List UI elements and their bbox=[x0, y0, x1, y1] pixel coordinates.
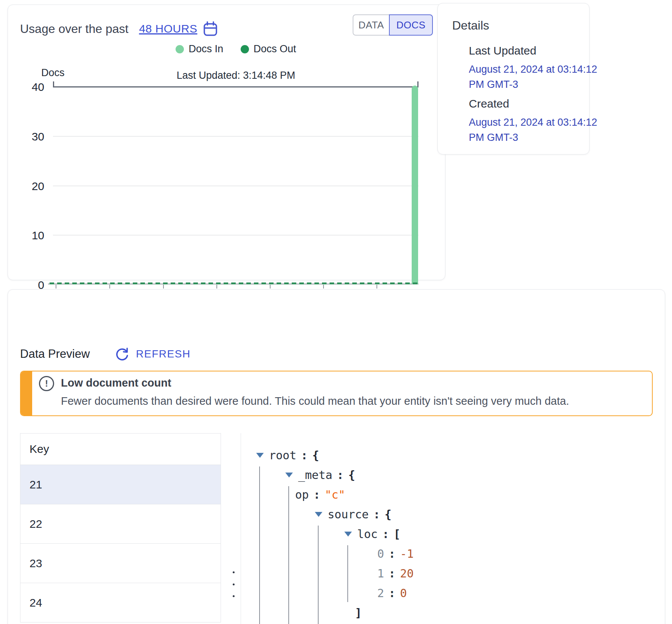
json-row-schema: schema : "public" bbox=[241, 622, 665, 624]
usage-card: Usage over the past 48 HOURS DATA DOCS D… bbox=[8, 5, 445, 280]
json-colon: : bbox=[384, 587, 400, 600]
tree-guide-line bbox=[259, 466, 260, 624]
key-table-header: Key bbox=[20, 434, 221, 465]
json-row-loc-close: ] bbox=[241, 603, 665, 622]
x-axis-tick bbox=[109, 285, 110, 289]
usage-title: Usage over the past bbox=[20, 22, 128, 36]
json-row-loc-2: 2 : 0 bbox=[241, 583, 665, 603]
detail-label: Created bbox=[469, 97, 597, 110]
tree-guide-line bbox=[288, 486, 289, 624]
calendar-icon[interactable] bbox=[202, 20, 218, 37]
json-colon: : bbox=[309, 488, 325, 501]
json-row-meta: _meta : { bbox=[241, 465, 665, 485]
legend-docs-in: Docs In bbox=[176, 43, 223, 55]
collapse-triangle-icon[interactable] bbox=[285, 473, 293, 477]
legend-docs-in-label: Docs In bbox=[188, 43, 223, 55]
json-brace: [ bbox=[394, 527, 400, 541]
json-colon: : bbox=[384, 567, 400, 580]
refresh-icon bbox=[115, 346, 130, 362]
json-index: 1 bbox=[377, 567, 384, 580]
chart-last-updated-title: Last Updated: 3:14:48 PM bbox=[53, 70, 418, 81]
data-toggle-button[interactable]: DATA bbox=[353, 14, 389, 36]
json-row-source: source : { bbox=[241, 504, 665, 524]
detail-value-line: PM GMT-3 bbox=[469, 130, 597, 145]
chart-top-gridline bbox=[53, 86, 418, 87]
x-axis-tick bbox=[163, 285, 164, 289]
legend-docs-out: Docs Out bbox=[241, 43, 296, 55]
data-preview-card: Data Preview REFRESH ! Low document coun… bbox=[8, 289, 665, 624]
json-row-root: root : { bbox=[241, 445, 665, 465]
docs-in-bar bbox=[412, 86, 418, 284]
detail-last-updated: Last Updated August 21, 2024 at 03:14:12… bbox=[469, 44, 597, 92]
x-axis-tick bbox=[56, 285, 56, 289]
json-index: 2 bbox=[377, 587, 384, 600]
docs-out-dot-icon bbox=[241, 45, 249, 53]
json-colon: : bbox=[384, 547, 400, 560]
details-title: Details bbox=[452, 19, 489, 33]
data-docs-toggle: DATA DOCS bbox=[353, 14, 433, 36]
y-tick-label: 20 bbox=[22, 180, 44, 193]
json-row-loc-0: 0 : -1 bbox=[241, 544, 665, 563]
json-colon: : bbox=[296, 449, 312, 462]
pane-resize-handle[interactable] bbox=[229, 570, 238, 599]
collapse-triangle-icon[interactable] bbox=[256, 453, 264, 458]
json-key: op bbox=[295, 488, 309, 501]
tree-guide-line bbox=[318, 526, 319, 624]
json-key: source bbox=[328, 508, 369, 521]
data-preview-title: Data Preview bbox=[20, 347, 90, 361]
json-colon: : bbox=[369, 508, 384, 521]
json-brace: { bbox=[348, 468, 355, 482]
usage-header: Usage over the past 48 HOURS bbox=[20, 20, 218, 37]
y-tick-label: 40 bbox=[22, 81, 44, 94]
key-row-22[interactable]: 22 bbox=[20, 504, 221, 544]
collapse-triangle-icon[interactable] bbox=[344, 532, 352, 537]
json-number-value: -1 bbox=[400, 547, 414, 560]
json-index: 0 bbox=[377, 547, 384, 560]
detail-created: Created August 21, 2024 at 03:14:12 PM G… bbox=[469, 97, 597, 145]
docs-toggle-button[interactable]: DOCS bbox=[389, 14, 433, 36]
warning-exclamation-icon: ! bbox=[39, 376, 54, 391]
key-row-23[interactable]: 23 bbox=[20, 544, 221, 583]
json-colon: : bbox=[378, 527, 394, 541]
refresh-button[interactable]: REFRESH bbox=[115, 346, 190, 362]
key-row-24[interactable]: 24 bbox=[20, 583, 221, 622]
document-json-pane: root : { _meta : { op : "c" source : { bbox=[241, 433, 665, 624]
json-key: loc bbox=[357, 527, 378, 541]
detail-value-line: August 21, 2024 at 03:14:12 bbox=[469, 62, 597, 77]
warning-message: Fewer documents than desired were found.… bbox=[61, 395, 569, 407]
warning-accent-bar bbox=[21, 371, 32, 415]
low-document-count-warning: ! Low document count Fewer documents tha… bbox=[20, 371, 653, 416]
legend-docs-out-label: Docs Out bbox=[254, 43, 296, 55]
refresh-label: REFRESH bbox=[136, 348, 190, 360]
gridline-10 bbox=[53, 235, 418, 236]
json-number-value: 20 bbox=[400, 567, 414, 580]
y-tick-label: 10 bbox=[22, 229, 44, 242]
data-preview-header: Data Preview REFRESH bbox=[20, 346, 191, 362]
x-axis-tick bbox=[323, 285, 324, 289]
key-table: Key 21 22 23 24 bbox=[20, 433, 221, 622]
key-row-21[interactable]: 21 bbox=[20, 465, 221, 504]
json-key: root bbox=[269, 449, 296, 462]
json-number-value: 0 bbox=[400, 587, 407, 600]
warning-title: Low document count bbox=[61, 377, 171, 389]
x-axis-tick bbox=[376, 285, 377, 289]
gridline-30 bbox=[53, 136, 418, 137]
collapse-triangle-icon[interactable] bbox=[315, 512, 322, 517]
detail-value-line: August 21, 2024 at 03:14:12 bbox=[469, 115, 597, 130]
json-string-value: "c" bbox=[325, 488, 345, 501]
chart-legend: Docs In Docs Out bbox=[53, 43, 418, 55]
x-axis-tick bbox=[270, 285, 271, 289]
json-brace: { bbox=[312, 449, 319, 462]
json-brace: ] bbox=[355, 606, 362, 619]
details-card: Details Last Updated August 21, 2024 at … bbox=[437, 3, 590, 154]
time-range-label: 48 HOURS bbox=[139, 22, 197, 35]
json-row-loc: loc : [ bbox=[241, 524, 665, 544]
detail-label: Last Updated bbox=[469, 44, 597, 57]
gridline-20 bbox=[53, 186, 418, 186]
docs-in-dot-icon bbox=[176, 45, 184, 53]
json-key: _meta bbox=[298, 468, 332, 482]
docs-out-dashed-line bbox=[50, 282, 418, 284]
json-row-loc-1: 1 : 20 bbox=[241, 563, 665, 583]
time-range-link[interactable]: 48 HOURS bbox=[139, 20, 218, 37]
json-row-op: op : "c" bbox=[241, 485, 665, 504]
